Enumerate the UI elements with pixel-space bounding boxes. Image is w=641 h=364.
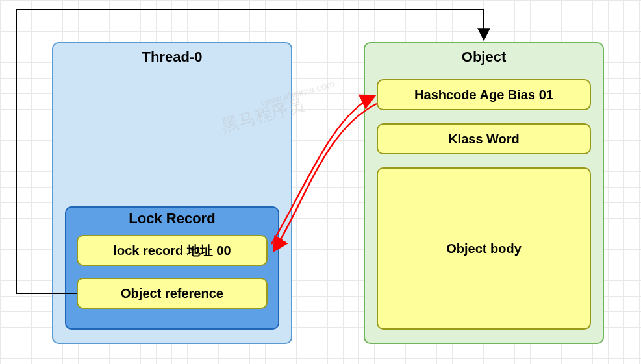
lock-record-address-label: lock record 地址 00 [113, 242, 231, 260]
object-reference-label: Object reference [121, 286, 223, 301]
thread-title: Thread-0 [53, 43, 291, 69]
object-body-label: Object body [446, 241, 522, 256]
lock-record-title: Lock Record [66, 208, 278, 227]
klass-word-label: Klass Word [448, 132, 520, 147]
klass-word: Klass Word [377, 123, 591, 154]
lock-record-container: Lock Record [65, 206, 279, 330]
mark-word-label: Hashcode Age Bias 01 [414, 88, 553, 103]
object-reference: Object reference [77, 278, 268, 309]
lock-record-address: lock record 地址 00 [77, 235, 268, 266]
mark-word: Hashcode Age Bias 01 [377, 79, 591, 110]
object-body: Object body [377, 167, 591, 330]
object-title: Object [365, 43, 603, 69]
